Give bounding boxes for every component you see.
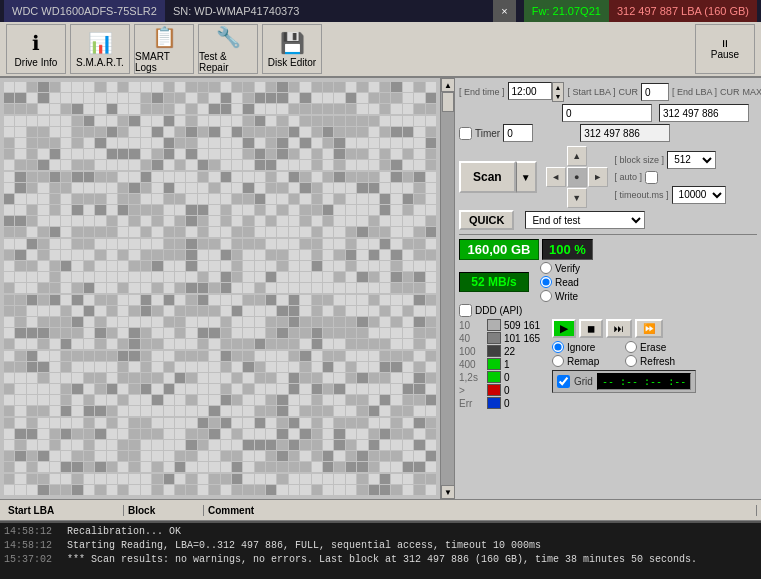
nav-up-button[interactable]: ▲ — [567, 146, 587, 166]
map-cell — [357, 306, 367, 316]
map-cell — [27, 362, 37, 372]
nav-center-button[interactable]: ● — [567, 167, 587, 187]
scroll-thumb[interactable] — [442, 92, 454, 112]
ignore-radio[interactable] — [552, 341, 564, 353]
drive-info-button[interactable]: ℹ Drive Info — [6, 24, 66, 74]
erase-radio[interactable] — [625, 341, 637, 353]
map-cell — [266, 474, 276, 484]
map-cell — [426, 138, 436, 148]
map-cell — [152, 127, 162, 137]
read-option[interactable]: Read — [540, 276, 580, 288]
map-cell — [414, 194, 424, 204]
map-cell — [369, 93, 379, 103]
map-cell — [426, 116, 436, 126]
scan-dropdown-button[interactable]: ▼ — [516, 161, 537, 193]
verify-option[interactable]: Verify — [540, 262, 580, 274]
map-cell — [95, 462, 105, 472]
map-cell — [141, 183, 151, 193]
map-cell — [118, 395, 128, 405]
write-option[interactable]: Write — [540, 290, 580, 302]
end-time-up[interactable]: ▲ — [553, 83, 564, 92]
skip-end-button[interactable]: ⏭ — [606, 319, 632, 338]
timer-checkbox[interactable] — [459, 127, 472, 140]
map-cell — [243, 429, 253, 439]
map-cell — [346, 418, 356, 428]
map-cell — [243, 194, 253, 204]
cur-value-input[interactable] — [641, 83, 669, 101]
map-cell — [107, 239, 117, 249]
map-cell — [255, 104, 265, 114]
map-cell — [221, 317, 231, 327]
map-cell — [38, 216, 48, 226]
erase-option[interactable]: Erase — [625, 341, 696, 353]
timer-input[interactable] — [503, 124, 533, 142]
remap-radio[interactable] — [552, 355, 564, 367]
map-cell — [209, 216, 219, 226]
map-cell — [164, 351, 174, 361]
grid-checkbox[interactable] — [557, 375, 570, 388]
end-time-down[interactable]: ▼ — [553, 92, 564, 101]
next-button[interactable]: ⏩ — [635, 319, 663, 338]
map-cell — [221, 272, 231, 282]
map-cell — [107, 406, 117, 416]
refresh-option[interactable]: Refresh — [625, 355, 696, 367]
map-cell — [221, 93, 231, 103]
map-cell — [209, 362, 219, 372]
nav-right-button[interactable]: ► — [588, 167, 608, 187]
map-cell — [380, 462, 390, 472]
map-cell — [198, 261, 208, 271]
map-cell — [95, 351, 105, 361]
verify-radio[interactable] — [540, 262, 552, 274]
map-cell — [426, 149, 436, 159]
test-repair-button[interactable]: 🔧 Test & Repair — [198, 24, 258, 74]
ddd-api-check[interactable] — [459, 304, 472, 317]
smart-button[interactable]: 📊 S.M.A.R.T. — [70, 24, 130, 74]
end-test-select[interactable]: End of test — [525, 211, 645, 229]
read-radio[interactable] — [540, 276, 552, 288]
map-cell — [129, 362, 139, 372]
vertical-scrollbar[interactable]: ▲ ▼ — [440, 78, 454, 499]
start-lba-input[interactable] — [562, 104, 652, 122]
map-cell — [277, 127, 287, 137]
scroll-up-arrow[interactable]: ▲ — [441, 78, 455, 92]
map-cell — [129, 440, 139, 450]
scan-button[interactable]: Scan — [459, 161, 516, 193]
close-button[interactable]: × — [493, 0, 515, 22]
ddd-api-checkbox[interactable]: DDD (API) — [459, 304, 522, 317]
ignore-option[interactable]: Ignore — [552, 341, 623, 353]
map-cell — [107, 328, 117, 338]
block-size-select[interactable]: 51210242048 — [667, 151, 716, 169]
pause-button[interactable]: ⏸ Pause — [695, 24, 755, 74]
smart-logs-button[interactable]: 📋 SMART Logs — [134, 24, 194, 74]
map-cell — [15, 317, 25, 327]
write-radio[interactable] — [540, 290, 552, 302]
auto-checkbox[interactable] — [645, 171, 658, 184]
play-button[interactable]: ▶ — [552, 319, 576, 338]
scroll-track[interactable] — [441, 92, 454, 485]
map-cell — [84, 149, 94, 159]
map-cell — [209, 485, 219, 495]
quick-button[interactable]: QUICK — [459, 210, 514, 230]
map-cell — [50, 205, 60, 215]
refresh-radio[interactable] — [625, 355, 637, 367]
disk-model: WDC WD1600ADFS-75SLR2 — [4, 0, 165, 22]
end-time-input[interactable] — [508, 82, 552, 100]
map-cell — [266, 127, 276, 137]
map-cell — [209, 227, 219, 237]
map-cell — [38, 116, 48, 126]
map-cell — [232, 160, 242, 170]
remap-option[interactable]: Remap — [552, 355, 623, 367]
nav-down-button[interactable]: ▼ — [567, 188, 587, 208]
map-cell — [84, 138, 94, 148]
nav-left-button[interactable]: ◄ — [546, 167, 566, 187]
scroll-down-arrow[interactable]: ▼ — [441, 485, 455, 499]
map-cell — [72, 227, 82, 237]
end-lba-input[interactable] — [659, 104, 749, 122]
timeout-select[interactable]: 10000500030000 — [672, 186, 726, 204]
stop-button[interactable]: ◼ — [579, 319, 603, 338]
map-cell — [84, 272, 94, 282]
map-cell — [289, 440, 299, 450]
map-cell — [107, 261, 117, 271]
map-cell — [266, 138, 276, 148]
disk-editor-button[interactable]: 💾 Disk Editor — [262, 24, 322, 74]
